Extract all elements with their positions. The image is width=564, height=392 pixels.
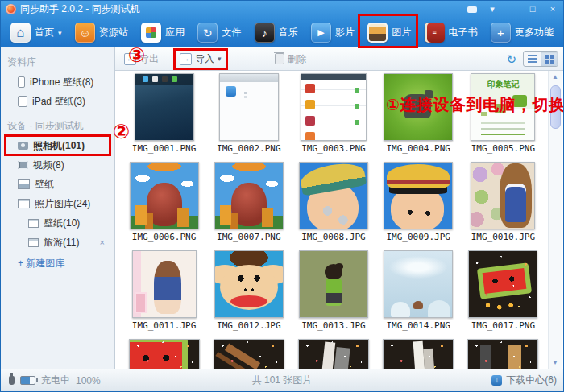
photo-thumbnail[interactable] (384, 73, 453, 141)
photo-item[interactable]: IMG_0011.JPG (122, 250, 206, 339)
maximize-icon[interactable]: □ (527, 5, 538, 14)
toolbar-resource-button[interactable]: ☺ 资源站 (75, 23, 128, 43)
sidebar: 资料库 iPhone 壁纸(8) iPad 壁纸(3) 设备 - 同步测试机 照… (1, 47, 115, 369)
photo-item[interactable]: IMG_0009.JPG (376, 162, 461, 250)
toolbar-music-button[interactable]: ♪ 音乐 (255, 23, 298, 43)
sidebar-item-label: 壁纸 (35, 178, 54, 192)
photo-item[interactable]: IMG_0004.PNG (376, 73, 461, 162)
photo-thumbnail[interactable] (384, 162, 453, 229)
toolbar-apps-button[interactable]: 应用 (141, 23, 185, 43)
photo-item[interactable]: IMG_0010.JPG (461, 162, 545, 250)
photo-item[interactable]: IMG_0008.JPG (291, 162, 375, 250)
pictures-photo-icon (367, 23, 388, 43)
photo-filename: IMG_0003.PNG (301, 143, 365, 154)
remove-album-icon[interactable]: × (100, 237, 105, 247)
photo-thumbnail[interactable] (298, 339, 369, 369)
toolbar-pictures-button[interactable]: 图片 (367, 23, 411, 43)
photo-thumbnail[interactable] (214, 339, 284, 369)
plus-icon: + (18, 258, 23, 269)
photo-item[interactable]: IMG_0001.PNG (122, 73, 206, 162)
photo-item[interactable]: IMG_0002.PNG (206, 73, 291, 162)
photo-toolbar: ← 导出 → 导入 ▾ 删除 ↻ (115, 47, 563, 71)
photo-thumbnail[interactable] (299, 250, 368, 318)
photo-thumbnail[interactable]: 印象笔记 (471, 73, 535, 141)
toolbar-home-button[interactable]: ⌂ 首页 ▾ (10, 23, 62, 43)
photo-item[interactable]: IMG_0017.PNG (461, 250, 545, 339)
scrollbar-thumb[interactable] (550, 85, 561, 129)
sidebar-item-wallpaper-sub[interactable]: 壁纸(10) (1, 213, 114, 233)
photo-thumbnail[interactable] (129, 339, 200, 369)
refresh-icon[interactable]: ↻ (506, 53, 516, 65)
grid-view-button[interactable] (541, 52, 558, 66)
charge-status-text: 充电中 (41, 373, 70, 387)
photo-item[interactable]: 印象笔记IMG_0005.PNG (461, 73, 545, 162)
toolbar-label: 电子书 (449, 26, 478, 39)
photo-filename: IMG_0007.PNG (217, 232, 280, 242)
list-view-button[interactable] (524, 52, 541, 66)
close-icon[interactable]: × (547, 5, 558, 14)
photo-item[interactable] (376, 339, 461, 369)
sidebar-item-travel[interactable]: 旅游(11) × (1, 233, 114, 252)
minimize-to-tray-icon[interactable]: ▾ (487, 5, 498, 14)
sidebar-item-camera[interactable]: 照相机(101) (1, 136, 114, 155)
photo-item[interactable] (206, 339, 291, 369)
photo-item[interactable]: IMG_0007.PNG (206, 162, 291, 250)
app-logo-icon (6, 4, 16, 14)
album-icon (28, 238, 39, 247)
photo-thumbnail[interactable] (219, 73, 279, 141)
photo-filename: IMG_0012.JPG (217, 320, 280, 331)
home-icon: ⌂ (10, 23, 31, 43)
photo-item[interactable]: IMG_0014.PNG (376, 250, 461, 339)
chevron-down-icon: ▾ (58, 29, 62, 37)
toolbar-video-button[interactable]: ▶ 影片 (311, 23, 355, 43)
device-section-header: 设备 - 同步测试机 (1, 111, 114, 136)
photo-item[interactable] (291, 339, 375, 369)
export-button[interactable]: ← 导出 (120, 51, 163, 68)
sidebar-item-photo-library[interactable]: 照片图库(24) (1, 194, 114, 213)
photo-filename: IMG_0009.JPG (386, 232, 450, 242)
minimize-icon[interactable]: — (507, 5, 518, 14)
toolbar-ebook-button[interactable]: ≡ 电子书 (425, 23, 478, 43)
toolbar-more-button[interactable]: + 更多功能 (491, 23, 554, 43)
photo-item[interactable] (461, 339, 545, 369)
download-center-button[interactable]: ↓ 下载中心(6) (491, 373, 563, 387)
files-folder-icon: ↻ (197, 23, 218, 43)
photo-item[interactable]: IMG_0006.PNG (122, 162, 206, 250)
import-label: 导入 (195, 52, 214, 66)
new-gallery-button[interactable]: + 新建图库 (1, 252, 114, 270)
photo-thumbnail[interactable] (301, 73, 367, 141)
scroll-down-icon[interactable]: ▼ (552, 357, 558, 369)
photo-thumbnail[interactable] (468, 250, 537, 318)
photo-thumbnail[interactable] (130, 162, 199, 229)
delete-button[interactable]: 删除 (271, 51, 311, 68)
photo-thumbnail[interactable] (299, 162, 368, 229)
scroll-up-icon[interactable]: ▲ (552, 71, 558, 84)
photo-thumbnail[interactable] (384, 250, 453, 318)
sidebar-item-iphone-wallpaper[interactable]: iPhone 壁纸(8) (1, 72, 114, 92)
toolbar-files-button[interactable]: ↻ 文件 (197, 23, 241, 43)
import-icon: → (180, 53, 192, 65)
photo-thumbnail[interactable] (214, 250, 284, 318)
sidebar-item-label: 照片图库(24) (35, 197, 90, 211)
sidebar-item-videos[interactable]: 视频(8) (1, 155, 114, 175)
photo-item[interactable]: IMG_0003.PNG (291, 73, 375, 162)
toolbar-label: 音乐 (279, 26, 298, 39)
photo-thumbnail[interactable] (467, 339, 538, 369)
photo-thumbnail[interactable] (471, 162, 535, 229)
vertical-scrollbar[interactable]: ▲ ▼ (548, 71, 562, 369)
photo-item[interactable]: IMG_0012.JPG (206, 250, 291, 339)
sidebar-item-wallpaper[interactable]: 壁纸 (1, 175, 114, 194)
toolbar-label: 文件 (222, 26, 241, 39)
sidebar-item-ipad-wallpaper[interactable]: iPad 壁纸(3) (1, 92, 114, 111)
photo-filename: IMG_0008.JPG (301, 232, 365, 242)
import-button[interactable]: → 导入 ▾ (176, 51, 226, 68)
feedback-icon[interactable] (467, 5, 478, 14)
photo-thumbnail[interactable] (214, 162, 284, 229)
photo-thumbnail[interactable] (132, 250, 197, 318)
photo-item[interactable]: IMG_0013.JPG (291, 250, 375, 339)
photo-thumbnail[interactable] (383, 339, 454, 369)
export-label: 导出 (139, 52, 159, 66)
photo-item[interactable] (122, 339, 206, 369)
photo-thumbnail[interactable] (135, 73, 194, 141)
photo-grid: IMG_0001.PNGIMG_0002.PNGIMG_0003.PNGIMG_… (115, 71, 563, 369)
